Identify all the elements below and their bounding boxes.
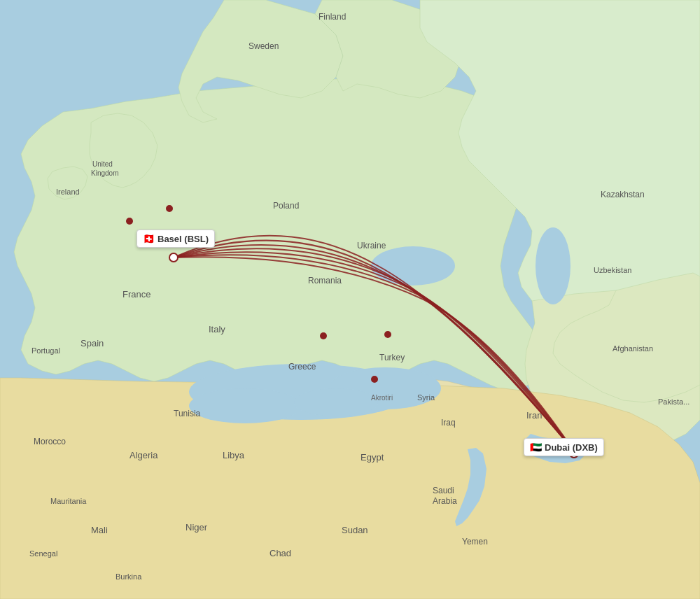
svg-point-4 xyxy=(294,388,378,416)
svg-text:Yemen: Yemen xyxy=(462,537,488,547)
svg-text:Morocco: Morocco xyxy=(34,437,66,446)
svg-point-9 xyxy=(169,253,178,262)
svg-text:Ukraine: Ukraine xyxy=(357,241,386,251)
svg-text:Egypt: Egypt xyxy=(360,452,384,463)
svg-point-6 xyxy=(536,227,570,304)
svg-text:Italy: Italy xyxy=(209,324,225,334)
svg-text:Syria: Syria xyxy=(417,393,435,402)
map-svg: Ireland United Kingdom Finland Sweden Fr… xyxy=(0,0,700,599)
svg-text:Kazakhstan: Kazakhstan xyxy=(601,190,645,199)
svg-text:Pakista...: Pakista... xyxy=(658,397,690,406)
svg-text:United: United xyxy=(92,160,113,168)
svg-text:Sudan: Sudan xyxy=(342,525,368,535)
svg-text:Mali: Mali xyxy=(91,525,108,535)
svg-point-11 xyxy=(371,376,378,383)
svg-point-12 xyxy=(384,331,391,338)
svg-text:Ireland: Ireland xyxy=(56,188,80,196)
svg-text:Senegal: Senegal xyxy=(29,549,57,558)
svg-text:Arabia: Arabia xyxy=(433,496,457,506)
svg-text:Tunisia: Tunisia xyxy=(174,409,201,418)
svg-text:Spain: Spain xyxy=(80,338,104,348)
svg-point-10 xyxy=(320,332,327,339)
basel-airport-label: 🇨🇭 Basel (BSL) xyxy=(136,230,215,248)
svg-text:Poland: Poland xyxy=(273,201,299,211)
swiss-flag-icon: 🇨🇭 xyxy=(143,233,155,244)
svg-text:Kingdom: Kingdom xyxy=(91,169,118,177)
svg-text:Akrotiri: Akrotiri xyxy=(371,394,393,402)
svg-text:Algeria: Algeria xyxy=(130,450,158,460)
svg-text:Turkey: Turkey xyxy=(379,353,405,362)
svg-text:Libya: Libya xyxy=(223,450,245,460)
dubai-airport-label: 🇦🇪 Dubai (DXB) xyxy=(524,438,604,456)
svg-text:Finland: Finland xyxy=(318,12,346,22)
svg-text:Sweden: Sweden xyxy=(248,41,279,51)
svg-point-2 xyxy=(189,388,301,423)
svg-text:Afghanistan: Afghanistan xyxy=(612,344,653,353)
svg-text:France: France xyxy=(122,289,150,300)
svg-text:Niger: Niger xyxy=(186,522,208,533)
svg-text:Portugal: Portugal xyxy=(31,346,60,355)
uae-flag-icon: 🇦🇪 xyxy=(530,442,542,453)
map-container: Ireland United Kingdom Finland Sweden Fr… xyxy=(0,0,700,599)
svg-text:Burkina: Burkina xyxy=(115,572,142,581)
dubai-airport-name: Dubai (DXB) xyxy=(545,442,598,453)
basel-airport-name: Basel (BSL) xyxy=(158,234,209,244)
svg-text:Greece: Greece xyxy=(288,362,316,372)
svg-text:Iraq: Iraq xyxy=(441,418,456,428)
svg-text:Chad: Chad xyxy=(270,548,291,558)
svg-point-7 xyxy=(126,218,133,225)
svg-text:Uzbekistan: Uzbekistan xyxy=(594,266,631,274)
svg-point-8 xyxy=(166,205,173,212)
svg-text:Saudi: Saudi xyxy=(433,486,454,495)
svg-text:Iran: Iran xyxy=(526,410,542,421)
svg-text:Mauritania: Mauritania xyxy=(50,497,87,505)
svg-text:Romania: Romania xyxy=(308,276,342,286)
